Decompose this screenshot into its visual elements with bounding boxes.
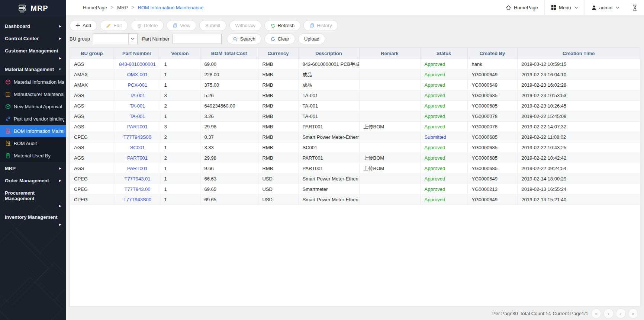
- column-header-remark[interactable]: Remark: [359, 48, 420, 59]
- sidebar-item-new-material-approval[interactable]: New Material Approval: [0, 100, 66, 113]
- cell-status: Approved: [420, 111, 467, 122]
- cell-part-number[interactable]: TA-001: [114, 90, 160, 101]
- cell-part-number[interactable]: PART001: [114, 122, 160, 132]
- cell-part-number[interactable]: TA-001: [114, 111, 160, 122]
- sidebar-item-control-center[interactable]: Control Center▶: [0, 32, 66, 45]
- sidebar-item-material-used-by[interactable]: Material Used By: [0, 150, 66, 162]
- sidebar-item-material-information-maintenance[interactable]: Material Information Maintenance: [0, 76, 66, 88]
- column-header-creation-time[interactable]: Creation Time: [517, 48, 640, 59]
- table-row[interactable]: AGSPART001329.98RMBPART001上传BOMApprovedY…: [70, 122, 640, 132]
- breadcrumb: HomePage>MRP>BOM Information Maintenance: [83, 5, 203, 10]
- pagination-first-button[interactable]: «: [591, 308, 601, 319]
- table-row[interactable]: AGSTA-00113.26RMBTA-001ApprovedYG0000078…: [70, 111, 640, 122]
- pagination-prev-button[interactable]: ‹: [603, 308, 614, 319]
- sidebar-item-customer-management[interactable]: Customer Management▶: [0, 45, 66, 63]
- chevron-down-icon: [616, 6, 619, 9]
- clear-button[interactable]: Clear: [264, 33, 295, 44]
- breadcrumb-item-homepage[interactable]: HomePage: [83, 5, 107, 10]
- add-button[interactable]: Add: [70, 20, 97, 31]
- cell-part-number[interactable]: PCX-001: [114, 80, 160, 90]
- cell-part-number[interactable]: T77T943S00: [114, 195, 160, 205]
- cell-part-number[interactable]: T77T943.01: [114, 174, 160, 184]
- cell-description: PART001: [298, 163, 359, 174]
- sidebar-item-mrp[interactable]: MRP▶: [0, 162, 66, 175]
- table-row[interactable]: AMAXOMX-0011228.00RMB成品ApprovedYG0000649…: [70, 70, 640, 80]
- cell-remark: 上传BOM: [359, 122, 420, 132]
- cell-part-number[interactable]: 843-6010000001: [114, 59, 160, 70]
- topbar-hourglass-icon[interactable]: [626, 0, 644, 15]
- sidebar-item-manufacturer-maintenance[interactable]: Manufacturer Maintenance: [0, 88, 66, 100]
- cell-created-by: YG0000649: [467, 70, 517, 80]
- cell-bom-total-cost: 649234560.00: [200, 101, 258, 111]
- withdraw-button[interactable]: Withdraw: [229, 20, 261, 31]
- column-header-description[interactable]: Description: [298, 48, 359, 59]
- sidebar-item-dashboard[interactable]: Dashboard▶: [0, 20, 66, 32]
- cell-part-number[interactable]: OMX-001: [114, 70, 160, 80]
- column-header-version[interactable]: Version: [160, 48, 200, 59]
- submit-button[interactable]: Submit: [199, 20, 226, 31]
- cell-bom-total-cost: 3.33: [200, 143, 258, 153]
- brand-title: MRP: [30, 4, 48, 13]
- cell-bom-total-cost: 5.26: [200, 90, 258, 101]
- column-header-bu-group[interactable]: BU group: [70, 48, 114, 59]
- breadcrumb-item-mrp[interactable]: MRP: [117, 5, 128, 10]
- delete-button[interactable]: Delete: [131, 20, 164, 31]
- cell-version: 1: [160, 59, 200, 70]
- pagination-last-button[interactable]: »: [628, 308, 638, 319]
- cell-part-number[interactable]: SC001: [114, 143, 160, 153]
- cell-bu-group: AGS: [70, 101, 114, 111]
- history-button[interactable]: History: [303, 20, 338, 31]
- cell-part-number[interactable]: T77T943S00: [114, 132, 160, 143]
- column-header-status[interactable]: Status: [420, 48, 467, 59]
- table-row[interactable]: AGSTA-0012649234560.00RMBTA-001ApprovedY…: [70, 101, 640, 111]
- cell-part-number[interactable]: PART001: [114, 163, 160, 174]
- column-header-part-number[interactable]: Part Number: [114, 48, 160, 59]
- topbar-admin[interactable]: admin: [585, 0, 626, 15]
- cell-version: 1: [160, 184, 200, 195]
- cell-bu-group: AGS: [70, 90, 114, 101]
- table-row[interactable]: AGSTA-00135.26RMBTA-001ApprovedYG0000685…: [70, 90, 640, 101]
- sidebar-item-part-and-vendor-binding[interactable]: Part and vendor binding: [0, 113, 66, 125]
- table-row[interactable]: CPEGT77T943.00169.65USDSmartmeterApprove…: [70, 184, 640, 195]
- topbar-menu[interactable]: Menu: [544, 0, 585, 15]
- table-row[interactable]: AGS843-6010000001169.00RMB843-6010000001…: [70, 59, 640, 70]
- cell-status: Approved: [420, 184, 467, 195]
- cell-creation-time: 2019-02-22 09:24:54: [517, 163, 640, 174]
- new-material-box-icon: [5, 104, 11, 109]
- history-doc-icon: [309, 23, 315, 28]
- sidebar-item-inventory-management[interactable]: Inventory Management▶: [0, 211, 66, 230]
- breadcrumb-item-bom-information-maintenance[interactable]: BOM Information Maintenance: [138, 5, 203, 10]
- sidebar-item-bom-audit[interactable]: BOM Audit: [0, 137, 66, 150]
- sidebar-item-procurement-management[interactable]: Procurement Management▶: [0, 187, 66, 211]
- upload-button[interactable]: Upload: [298, 33, 325, 44]
- bu-group-select[interactable]: [93, 33, 138, 44]
- column-header-currency[interactable]: Currency: [258, 48, 298, 59]
- table-row[interactable]: AMAXPCX-0011375.00RMB成品ApprovedYG0000649…: [70, 80, 640, 90]
- app-window: MRP Dashboard▶Control Center▶Customer Ma…: [0, 0, 644, 320]
- table-row[interactable]: AGSSC00113.33RMBSC001ApprovedYG000068520…: [70, 143, 640, 153]
- cell-part-number[interactable]: TA-001: [114, 101, 160, 111]
- pagination-next-button[interactable]: ›: [616, 308, 626, 319]
- sidebar-item-bom-information-maintenance[interactable]: BOM Information Maintenance: [0, 125, 66, 137]
- topbar-homepage[interactable]: HomePage: [499, 0, 544, 15]
- refresh-button[interactable]: Refresh: [264, 20, 301, 31]
- search-button[interactable]: Search: [227, 33, 261, 44]
- cell-created-by: YG0000685: [467, 163, 517, 174]
- table-row[interactable]: CPEGT77T943.01166.63USDSmart Power Meter…: [70, 174, 640, 184]
- app-logo[interactable]: MRP: [0, 0, 66, 16]
- cell-part-number[interactable]: T77T943.00: [114, 184, 160, 195]
- view-button[interactable]: View: [167, 20, 196, 31]
- sidebar-item-order-management[interactable]: Order Management▶: [0, 175, 66, 187]
- table-row[interactable]: CPEGT77T943S0020.37RMBSmart Power Meter-…: [70, 132, 640, 143]
- column-header-created-by[interactable]: Created By: [467, 48, 517, 59]
- column-header-bom-total-cost[interactable]: BOM Total Cost: [200, 48, 258, 59]
- table-row[interactable]: CPEGT77T943S00169.65USDSmart Power Meter…: [70, 195, 640, 205]
- cell-version: 1: [160, 70, 200, 80]
- part-number-input[interactable]: [173, 34, 222, 44]
- sidebar-item-material-management[interactable]: Material Management▼: [0, 63, 66, 76]
- cell-part-number[interactable]: PART001: [114, 153, 160, 163]
- table-row[interactable]: AGSPART00119.66RMBPART001上传BOMApprovedYG…: [70, 163, 640, 174]
- sidebar: MRP Dashboard▶Control Center▶Customer Ma…: [0, 0, 66, 320]
- table-row[interactable]: AGSPART001229.98RMBPART001上传BOMApprovedY…: [70, 153, 640, 163]
- edit-button[interactable]: Edit: [100, 20, 128, 31]
